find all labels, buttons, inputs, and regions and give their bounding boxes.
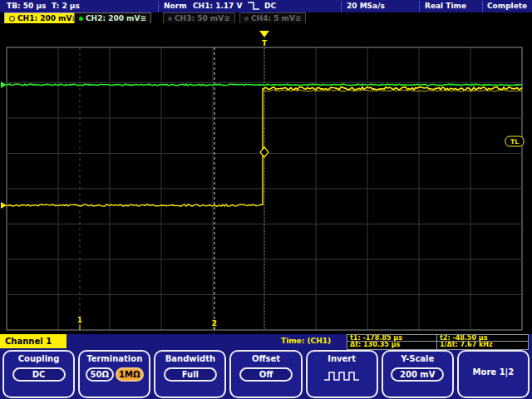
trigger-mode: Norm [164, 2, 187, 10]
channel-2-dot-icon [79, 17, 83, 21]
separator [158, 1, 159, 12]
y-scale-label: Y-Scale [383, 354, 452, 363]
channel-3-dot-icon [168, 17, 172, 21]
channel-2-badge[interactable]: CH2: 200 mV≅ [74, 12, 151, 24]
cursor-2-marker[interactable]: 2 [212, 319, 217, 328]
bandwidth-button[interactable]: Bandwidth Full [154, 350, 226, 398]
menu-panel: Channel 1 Time: (CH1) t1: -178.85 μs t2:… [0, 334, 532, 399]
separator [482, 1, 483, 12]
termination-option-1megohm[interactable]: 1MΩ [116, 367, 144, 382]
menu-title-tab: Channel 1 [0, 334, 66, 348]
channel-badge-row: CH1: 200 mV≅ CH2: 200 mV≅ CH3: 50 mV≅ CH… [0, 12, 532, 23]
invert-button[interactable]: Invert [306, 350, 378, 398]
coupling-label: Coupling [4, 354, 73, 363]
offset-value: Off [239, 367, 293, 382]
y-scale-value: 200 mV [391, 367, 444, 382]
coupling-value: DC [12, 367, 66, 382]
trigger-label: T [262, 39, 268, 47]
y-scale-button[interactable]: Y-Scale 200 mV [382, 350, 454, 398]
sample-rate: 20 MSa/s [347, 2, 385, 10]
channel-1-label: CH1: 200 mV≅ [17, 14, 78, 22]
acquisition-mode: Real Time [425, 2, 466, 10]
channel-4-badge[interactable]: CH4: 5 mV≅ [239, 12, 306, 24]
cursor-1-marker[interactable]: 1 [77, 316, 82, 324]
cursor-inverse-delta-t-readout: 1/Δt: 7.67 kHz [436, 341, 529, 350]
termination-option-50ohm[interactable]: 50Ω [86, 367, 114, 382]
cursor-delta-t-readout: Δt: 130.35 μs [347, 341, 439, 350]
channel-1-dot-icon [9, 16, 15, 22]
channel-1-badge[interactable]: CH1: 200 mV≅ [4, 12, 83, 24]
timebase-readout: TB: 50 μs [7, 2, 46, 10]
trigger-marker-icon[interactable] [259, 31, 269, 37]
channel-4-dot-icon [244, 17, 249, 21]
termination-button[interactable]: Termination 50Ω 1MΩ [78, 350, 150, 398]
bandwidth-value: Full [164, 367, 217, 382]
trigger-edge-icon [247, 1, 260, 11]
status-bar: TB: 50 μs T: 2 μs Norm CH1: 1.17 V DC 20… [0, 0, 532, 12]
separator [419, 1, 420, 12]
trigger-point-diamond-icon[interactable] [260, 147, 268, 157]
more-button[interactable]: More 1|2 [457, 350, 530, 398]
delay-readout: T: 2 μs [52, 2, 80, 10]
graticule-svg: T TL 1 2 [0, 23, 532, 334]
ch1-ground-marker-icon[interactable] [1, 202, 7, 209]
channel-3-badge[interactable]: CH3: 50 mV≅ [163, 12, 235, 24]
trigger-source: CH1: 1.17 V [193, 2, 242, 10]
softkey-row: Coupling DC Termination 50Ω 1MΩ Bandwidt… [0, 350, 532, 398]
channel-2-label: CH2: 200 mV≅ [86, 14, 146, 22]
trigger-level-marker[interactable]: TL [505, 136, 524, 146]
invert-label: Invert [308, 354, 377, 363]
oscilloscope-screen: TB: 50 μs T: 2 μs Norm CH1: 1.17 V DC 20… [0, 0, 532, 399]
coupling-button[interactable]: Coupling DC [2, 350, 75, 398]
termination-label: Termination [80, 354, 149, 363]
more-label: More 1|2 [459, 352, 528, 393]
offset-label: Offset [231, 354, 300, 363]
offset-button[interactable]: Offset Off [229, 350, 302, 398]
ch2-ground-marker-icon[interactable] [1, 81, 7, 88]
bandwidth-label: Bandwidth [155, 354, 224, 363]
separator [341, 1, 342, 12]
trigger-coupling: DC [264, 2, 276, 10]
channel-4-label: CH4: 5 mV≅ [251, 14, 301, 22]
trigger-level-label: TL [510, 138, 519, 145]
cursor-readout-title: Time: (CH1) [281, 337, 331, 345]
channel-3-label: CH3: 50 mV≅ [175, 14, 230, 22]
square-wave-icon [323, 369, 361, 382]
acquisition-status: Complete [487, 2, 527, 10]
waveform-display: T TL 1 2 [0, 23, 532, 334]
